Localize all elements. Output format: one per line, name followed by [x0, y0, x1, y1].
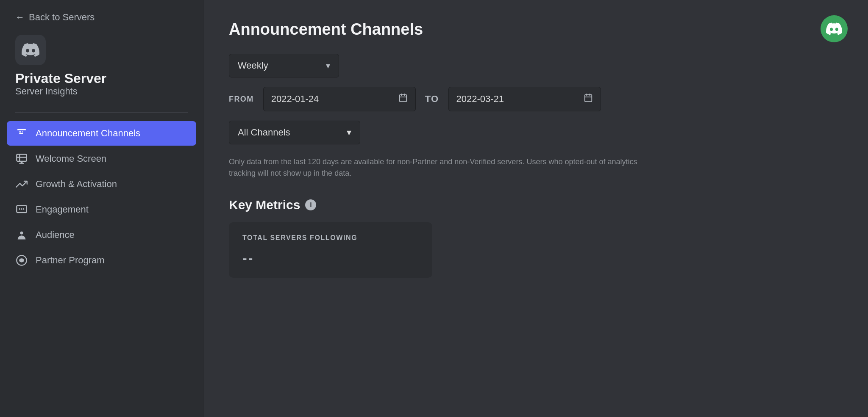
- back-to-servers-link[interactable]: ← Back to Servers: [0, 12, 203, 35]
- svg-point-8: [23, 208, 25, 210]
- metrics-grid: TOTAL SERVERS FOLLOWING --: [229, 222, 843, 278]
- svg-rect-16: [584, 95, 592, 102]
- sidebar-item-label-engagement: Engagement: [36, 204, 89, 215]
- partner-icon: [15, 254, 28, 267]
- metric-label-total-servers: TOTAL SERVERS FOLLOWING: [242, 234, 419, 242]
- from-calendar-icon: [398, 93, 408, 105]
- to-label: TO: [425, 94, 439, 105]
- from-date-input[interactable]: 2022-01-24: [263, 87, 416, 111]
- disclaimer-text: Only data from the last 120 days are ava…: [229, 156, 644, 179]
- sidebar-item-label-growth: Growth & Activation: [36, 179, 117, 190]
- metric-card-total-servers: TOTAL SERVERS FOLLOWING --: [229, 222, 432, 278]
- sidebar-item-label-welcome: Welcome Screen: [36, 153, 106, 164]
- key-metrics-section: Key Metrics i TOTAL SERVERS FOLLOWING --: [229, 198, 843, 278]
- svg-rect-4: [21, 161, 23, 163]
- channel-chevron-icon: ▾: [347, 127, 351, 138]
- server-subtitle: Server Insights: [15, 86, 188, 97]
- svg-point-11: [21, 260, 23, 262]
- channel-select-row: All Channels ▾: [229, 121, 843, 144]
- key-metrics-title: Key Metrics i: [229, 198, 843, 212]
- sidebar-item-label-partner: Partner Program: [36, 255, 105, 266]
- date-range-row: FROM 2022-01-24 TO 2022-03-21: [229, 87, 843, 111]
- svg-rect-3: [17, 155, 26, 161]
- svg-rect-5: [19, 163, 24, 164]
- frequency-chevron-icon: ▾: [326, 61, 330, 71]
- sidebar-item-welcome-screen[interactable]: Welcome Screen: [7, 146, 196, 171]
- svg-point-6: [19, 208, 21, 210]
- sidebar-item-label-announcement: Announcement Channels: [36, 128, 140, 139]
- frequency-dropdown[interactable]: Weekly ▾: [229, 54, 339, 77]
- svg-rect-1: [19, 133, 23, 134]
- to-date-input[interactable]: 2022-03-21: [448, 87, 601, 111]
- svg-point-9: [20, 232, 23, 235]
- engagement-icon: [15, 203, 28, 216]
- sidebar: ← Back to Servers Private Server Server …: [0, 0, 203, 417]
- nav-list: Announcement Channels Welcome Screen: [0, 121, 203, 273]
- svg-rect-2: [22, 132, 23, 133]
- from-label: FROM: [229, 95, 254, 104]
- user-avatar[interactable]: [821, 15, 848, 42]
- channel-dropdown[interactable]: All Channels ▾: [229, 121, 360, 144]
- svg-rect-12: [400, 95, 407, 102]
- back-label: Back to Servers: [29, 12, 95, 23]
- filters-section: Weekly ▾ FROM 2022-01-24 TO 2022-03-2: [229, 54, 843, 144]
- svg-rect-0: [19, 132, 21, 133]
- sidebar-item-growth-activation[interactable]: Growth & Activation: [7, 172, 196, 196]
- main-content: Announcement Channels Weekly ▾ FROM 2022…: [203, 0, 868, 417]
- metric-value-total-servers: --: [242, 250, 419, 266]
- to-calendar-icon: [584, 93, 593, 105]
- announcement-icon: [15, 127, 28, 140]
- server-icon: [15, 35, 46, 65]
- sidebar-item-label-audience: Audience: [36, 229, 75, 240]
- back-arrow-icon: ←: [15, 12, 25, 23]
- svg-point-7: [21, 208, 22, 210]
- key-metrics-info-icon[interactable]: i: [305, 199, 316, 210]
- sidebar-item-audience[interactable]: Audience: [7, 223, 196, 247]
- discord-avatar-icon: [826, 21, 842, 37]
- sidebar-item-partner-program[interactable]: Partner Program: [7, 248, 196, 273]
- to-date-value: 2022-03-21: [456, 94, 504, 105]
- server-name: Private Server: [15, 71, 188, 86]
- sidebar-divider: [15, 112, 188, 113]
- discord-logo-icon: [22, 41, 39, 59]
- server-info: Private Server Server Insights: [0, 35, 203, 109]
- sidebar-item-engagement[interactable]: Engagement: [7, 197, 196, 222]
- from-date-value: 2022-01-24: [271, 94, 319, 105]
- growth-icon: [15, 178, 28, 191]
- channel-selected: All Channels: [238, 127, 290, 138]
- audience-icon: [15, 229, 28, 241]
- page-title: Announcement Channels: [229, 20, 843, 39]
- sidebar-item-announcement-channels[interactable]: Announcement Channels: [7, 121, 196, 146]
- welcome-icon: [15, 152, 28, 165]
- frequency-selected: Weekly: [238, 60, 268, 71]
